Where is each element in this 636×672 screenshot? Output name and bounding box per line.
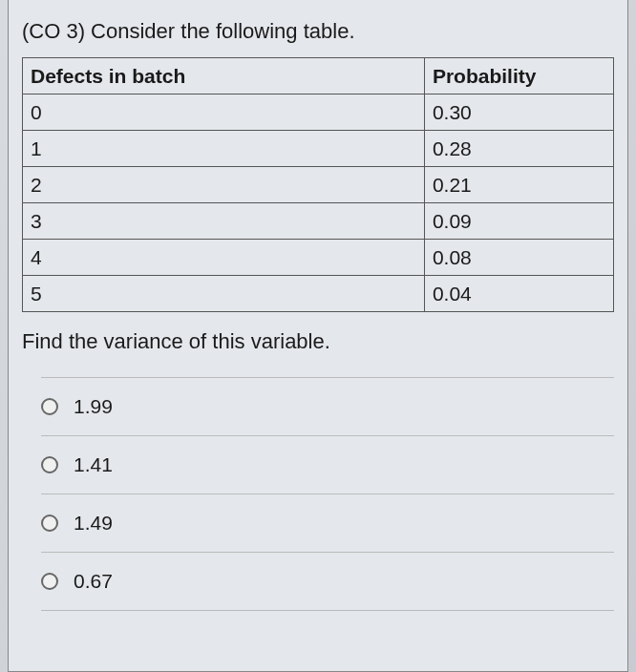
table-row: 1 0.28: [23, 131, 614, 167]
table-cell: 0.30: [424, 94, 613, 131]
table-cell: 0.28: [424, 131, 613, 167]
radio-icon[interactable]: [41, 398, 58, 415]
radio-icon[interactable]: [41, 456, 58, 473]
table-cell: 2: [23, 167, 425, 203]
data-table: Defects in batch Probability 0 0.30 1 0.…: [22, 57, 614, 312]
table-row: 4 0.08: [23, 240, 614, 276]
table-cell: 0.09: [424, 203, 613, 240]
table-cell: 3: [23, 203, 425, 240]
table-cell: 0.21: [424, 167, 613, 203]
answer-options: 1.99 1.41 1.49 0.67: [41, 377, 614, 611]
option-row-1[interactable]: 1.99: [41, 377, 614, 435]
option-row-4[interactable]: 0.67: [41, 552, 614, 611]
radio-icon[interactable]: [41, 573, 58, 590]
question-instruction: Find the variance of this variable.: [22, 329, 614, 354]
table-header-defects: Defects in batch: [23, 58, 425, 94]
table-header-probability: Probability: [424, 58, 613, 94]
table-row: 0 0.30: [23, 94, 614, 131]
radio-icon[interactable]: [41, 514, 58, 532]
option-label: 0.67: [74, 570, 113, 593]
question-prompt: (CO 3) Consider the following table.: [22, 19, 614, 44]
table-cell: 0.08: [424, 240, 613, 276]
option-label: 1.99: [74, 395, 113, 418]
table-cell: 4: [23, 240, 425, 276]
option-label: 1.49: [74, 512, 113, 535]
table-cell: 0: [23, 94, 425, 131]
question-container: (CO 3) Consider the following table. Def…: [8, 0, 628, 672]
table-row: 2 0.21: [23, 167, 614, 203]
option-label: 1.41: [74, 453, 113, 476]
table-cell: 1: [23, 131, 425, 167]
table-cell: 5: [23, 276, 425, 312]
table-cell: 0.04: [424, 276, 613, 312]
table-row: 5 0.04: [23, 276, 614, 312]
option-row-2[interactable]: 1.41: [41, 435, 614, 494]
option-row-3[interactable]: 1.49: [41, 494, 614, 552]
table-row: 3 0.09: [23, 203, 614, 240]
